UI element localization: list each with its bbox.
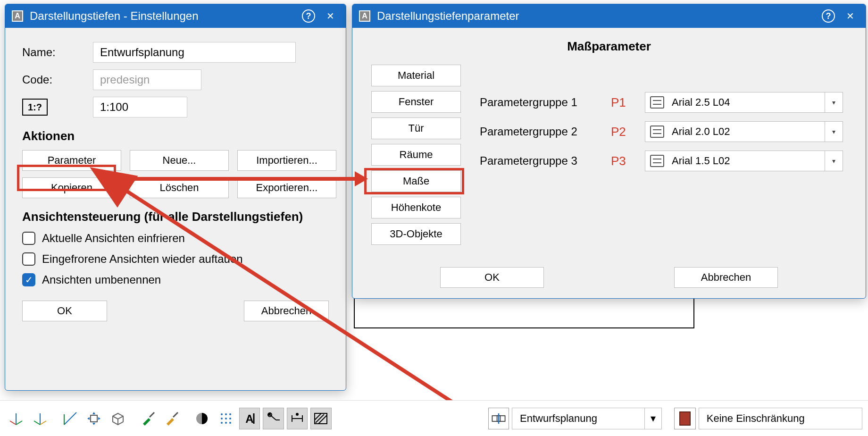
paramgroup2-tag: P2 xyxy=(611,125,636,139)
svg-line-3 xyxy=(16,421,22,425)
ok-button[interactable]: OK xyxy=(22,301,107,321)
axis-line-icon[interactable] xyxy=(60,408,81,429)
hatch-icon[interactable] xyxy=(310,408,331,429)
svg-point-19 xyxy=(229,418,231,419)
freeze-views-label: Aktuelle Ansichten einfrieren xyxy=(42,232,185,245)
grid-dots-icon[interactable] xyxy=(216,408,236,429)
restriction-dropdown[interactable]: Keine Einschränkung xyxy=(699,408,862,429)
paramgroup1-combo[interactable]: Arial 2.5 L04 ▾ xyxy=(645,92,843,113)
paramgroup1-label: Parametergruppe 1 xyxy=(480,96,602,109)
tab-tuer[interactable]: Tür xyxy=(371,117,461,139)
scale-input[interactable]: 1:100 xyxy=(93,97,187,117)
unfreeze-views-checkbox-row[interactable]: Eingefrorene Ansichten wieder auftauen xyxy=(22,252,329,266)
svg-line-4 xyxy=(10,421,16,425)
svg-line-12 xyxy=(173,412,178,417)
svg-point-20 xyxy=(221,422,223,424)
bottom-toolbar: A Entwurfsplanung ▾ Keine Einschränkung xyxy=(0,400,868,436)
parameter-button[interactable]: Parameter xyxy=(22,150,121,171)
depth-dropdown[interactable]: Entwurfsplanung ▾ xyxy=(512,408,662,429)
svg-line-34 xyxy=(316,414,324,423)
depth-icon[interactable] xyxy=(488,408,509,429)
chevron-down-icon[interactable]: ▾ xyxy=(825,122,843,142)
svg-line-7 xyxy=(34,421,40,425)
annotation-arrow xyxy=(116,177,356,181)
dialog2-titlebar[interactable]: A Darstellungstiefenparameter xyxy=(352,4,866,28)
dimension-h-icon[interactable] xyxy=(287,408,308,429)
svg-line-35 xyxy=(318,415,327,424)
svg-point-22 xyxy=(229,422,231,424)
chevron-down-icon[interactable]: ▾ xyxy=(825,92,843,112)
rename-views-label: Ansichten umbenennen xyxy=(42,273,161,286)
style-list-icon xyxy=(650,126,664,138)
copy-button[interactable]: Kopieren xyxy=(22,177,121,198)
brush-orange-icon[interactable] xyxy=(161,408,182,429)
svg-point-15 xyxy=(225,413,227,415)
settings-dialog: A Darstellungstiefen - Einstellungen Nam… xyxy=(5,4,346,391)
new-button[interactable]: Neue... xyxy=(130,150,229,171)
svg-point-14 xyxy=(221,413,223,415)
name-label: Name: xyxy=(22,46,93,59)
checkbox-unchecked-icon xyxy=(22,252,35,266)
svg-line-26 xyxy=(269,414,276,420)
svg-rect-10 xyxy=(91,415,97,422)
axis-xyz-icon[interactable] xyxy=(6,408,26,429)
line-break-icon[interactable] xyxy=(263,408,284,429)
svg-point-18 xyxy=(225,418,227,419)
svg-line-36 xyxy=(315,413,321,420)
code-input[interactable]: predesign xyxy=(93,69,201,90)
layerset-square-icon xyxy=(679,411,691,426)
freeze-views-checkbox-row[interactable]: Aktuelle Ansichten einfrieren xyxy=(22,232,329,245)
svg-line-8 xyxy=(64,412,76,425)
style-list-icon xyxy=(650,155,664,167)
tab-hoehenkote[interactable]: Höhenkote xyxy=(371,197,461,218)
tab-fenster[interactable]: Fenster xyxy=(371,91,461,113)
dialog1-titlebar[interactable]: A Darstellungstiefen - Einstellungen xyxy=(5,4,346,28)
tab-3dobjekte[interactable]: 3D-Objekte xyxy=(371,223,461,245)
tab-raeume[interactable]: Räume xyxy=(371,144,461,166)
actions-header: Aktionen xyxy=(22,129,329,143)
axis-alt-icon[interactable] xyxy=(29,408,50,429)
cube-icon[interactable] xyxy=(107,408,128,429)
move-arrows-icon[interactable] xyxy=(83,408,104,429)
checkbox-unchecked-icon xyxy=(22,232,35,245)
unfreeze-views-label: Eingefrorene Ansichten wieder auftauen xyxy=(42,252,243,266)
help-button[interactable] xyxy=(298,4,319,28)
brush-green-icon[interactable] xyxy=(138,408,159,429)
svg-text:A: A xyxy=(245,412,253,425)
layerset-icon[interactable] xyxy=(674,408,696,429)
svg-point-17 xyxy=(221,418,223,419)
paramgroup2-label: Parametergruppe 2 xyxy=(480,125,602,138)
dialog2-title: Darstellungstiefenparameter xyxy=(377,9,818,23)
checkbox-checked-icon xyxy=(22,273,35,286)
viewcontrol-header: Ansichtensteuerung (für alle Darstellung… xyxy=(22,210,329,224)
cancel-button[interactable]: Abbrechen xyxy=(244,301,329,321)
chevron-down-icon[interactable]: ▾ xyxy=(825,151,843,171)
paramgroup3-combo[interactable]: Arial 1.5 L02 ▾ xyxy=(645,151,843,171)
help-button[interactable] xyxy=(818,4,839,28)
scale-icon: 1:? xyxy=(22,99,48,116)
cancel-button[interactable]: Abbrechen xyxy=(674,267,778,288)
app-a-icon: A xyxy=(12,10,23,22)
import-button[interactable]: Importieren... xyxy=(237,150,336,171)
rename-views-checkbox-row[interactable]: Ansichten umbenennen xyxy=(22,273,329,286)
chevron-down-icon[interactable]: ▾ xyxy=(644,408,661,429)
tab-masse[interactable]: Maße xyxy=(371,170,461,192)
app-a-icon: A xyxy=(359,10,370,22)
param-heading: Maßparameter xyxy=(567,39,651,53)
close-button[interactable] xyxy=(319,4,341,28)
parameter-dialog: A Darstellungstiefenparameter Maßparamet… xyxy=(352,4,866,299)
dialog1-title: Darstellungstiefen - Einstellungen xyxy=(30,9,298,23)
close-button[interactable] xyxy=(839,4,861,28)
svg-point-21 xyxy=(225,422,227,424)
paramgroup1-tag: P1 xyxy=(611,95,636,110)
style-list-icon xyxy=(650,96,664,109)
name-input[interactable]: Entwurfsplanung xyxy=(93,42,296,63)
paramgroup2-combo[interactable]: Arial 2.0 L02 ▾ xyxy=(645,121,843,142)
svg-line-11 xyxy=(150,412,154,417)
ok-button[interactable]: OK xyxy=(440,267,544,288)
halftone-icon[interactable] xyxy=(192,408,212,429)
tab-material[interactable]: Material xyxy=(371,65,461,86)
paramgroup3-tag: P3 xyxy=(611,154,636,168)
text-a-icon[interactable]: A xyxy=(239,408,260,429)
code-label: Code: xyxy=(22,73,93,86)
